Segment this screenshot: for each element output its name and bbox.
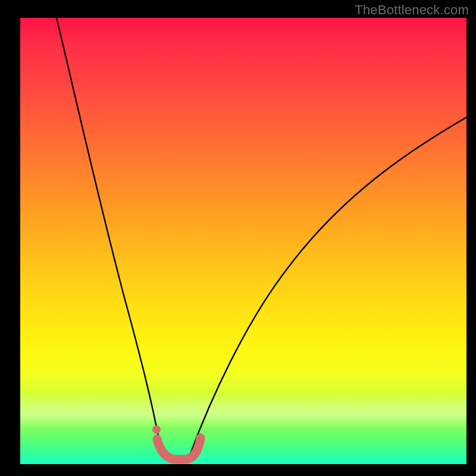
curve-layer <box>20 18 466 464</box>
right-branch-curve <box>190 117 466 455</box>
left-branch-curve <box>57 18 162 455</box>
plot-area <box>20 18 466 464</box>
bottom-marker-band <box>157 438 201 459</box>
outer-frame: TheBottleneck.com <box>0 0 476 476</box>
marker-dot <box>152 425 161 434</box>
watermark-text: TheBottleneck.com <box>355 2 469 18</box>
